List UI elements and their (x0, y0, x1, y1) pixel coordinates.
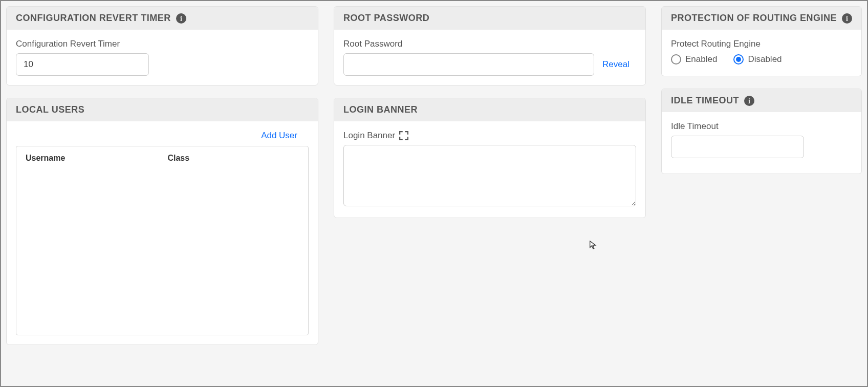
config-revert-timer-panel: CONFIGURATION REVERT TIMER i Configurati… (6, 6, 318, 85)
panel-title: LOGIN BANNER (343, 104, 418, 115)
protect-routing-label: Protect Routing Engine (671, 39, 852, 49)
info-icon[interactable]: i (842, 13, 852, 24)
idle-timeout-label: Idle Timeout (671, 121, 852, 132)
panel-header: PROTECTION OF ROUTING ENGINE i (662, 7, 861, 30)
add-user-link[interactable]: Add User (261, 131, 297, 141)
expand-icon[interactable] (399, 131, 408, 140)
radio-enabled-label: Enabled (685, 54, 717, 64)
info-icon[interactable]: i (744, 96, 754, 106)
root-password-panel: ROOT PASSWORD Root Password Reveal (334, 6, 646, 85)
radio-disabled-label: Disabled (748, 54, 782, 64)
config-revert-label: Configuration Revert Timer (16, 39, 309, 49)
info-icon[interactable]: i (176, 13, 186, 24)
panel-title: LOCAL USERS (16, 104, 84, 115)
radio-enabled[interactable]: Enabled (671, 54, 717, 64)
svg-text:i: i (748, 97, 750, 105)
svg-text:i: i (180, 15, 182, 23)
column-username: Username (26, 154, 65, 163)
panel-header: LOCAL USERS (7, 98, 318, 121)
root-password-label: Root Password (343, 39, 636, 49)
config-revert-input[interactable] (16, 53, 149, 76)
protection-routing-engine-panel: PROTECTION OF ROUTING ENGINE i Protect R… (661, 6, 862, 76)
login-banner-label: Login Banner (343, 131, 395, 141)
panel-header: CONFIGURATION REVERT TIMER i (7, 7, 318, 30)
svg-text:i: i (846, 15, 848, 23)
users-table: Username Class (16, 146, 309, 335)
idle-timeout-input[interactable] (671, 136, 804, 158)
reveal-link[interactable]: Reveal (602, 59, 630, 70)
column-class: Class (167, 154, 189, 163)
panel-header: IDLE TIMEOUT i (662, 89, 861, 112)
local-users-panel: LOCAL USERS Add User Username Class (6, 98, 318, 345)
panel-title: PROTECTION OF ROUTING ENGINE (671, 13, 837, 24)
panel-title: IDLE TIMEOUT (671, 95, 739, 106)
radio-disabled[interactable]: Disabled (733, 54, 782, 64)
login-banner-textarea[interactable] (343, 145, 636, 206)
idle-timeout-panel: IDLE TIMEOUT i Idle Timeout (661, 89, 862, 174)
panel-title: CONFIGURATION REVERT TIMER (16, 13, 171, 24)
panel-title: ROOT PASSWORD (343, 13, 429, 24)
root-password-input[interactable] (343, 53, 594, 76)
panel-header: LOGIN BANNER (334, 98, 645, 121)
panel-header: ROOT PASSWORD (334, 7, 645, 30)
login-banner-panel: LOGIN BANNER Login Banner (334, 98, 646, 218)
